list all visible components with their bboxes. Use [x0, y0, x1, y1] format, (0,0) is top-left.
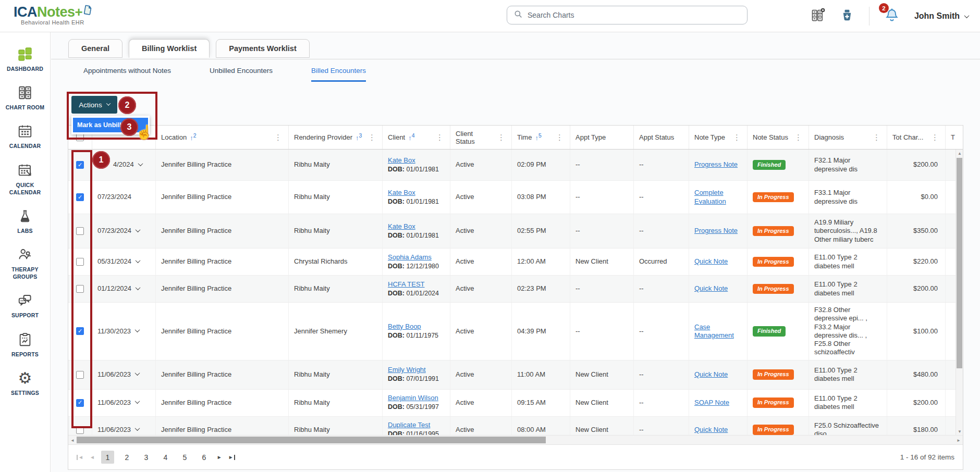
row-expand-chevron-icon[interactable]	[135, 327, 140, 332]
row-expand-chevron-icon[interactable]	[136, 285, 141, 290]
row-expand-chevron-icon[interactable]	[136, 227, 141, 232]
sidebar-item-therapy-groups[interactable]: THERAPY GROUPS	[1, 246, 50, 280]
select-all-checkbox[interactable]	[76, 133, 84, 141]
table-row[interactable]: 07/23/2024Jennifer Billing PracticeRibhu…	[68, 214, 963, 249]
sort-indicator-icon[interactable]: ↑3	[356, 132, 362, 142]
column-menu-icon[interactable]: ⋮	[872, 133, 881, 142]
tab-general[interactable]: General	[68, 39, 123, 58]
sidebar-item-calendar[interactable]: CALENDAR	[1, 123, 50, 150]
vertical-scroll-thumb[interactable]	[957, 158, 962, 368]
date-cell[interactable]: 11/30/2023	[92, 303, 156, 360]
tab-billing-worklist[interactable]: Billing Worklist	[129, 39, 210, 58]
date-cell[interactable]: 01/12/2024	[92, 276, 156, 302]
date-cell[interactable]: 11/06/2023	[92, 390, 156, 416]
note-type-link[interactable]: Quick Note	[694, 426, 728, 434]
actions-button[interactable]: Actions	[71, 96, 117, 114]
date-cell[interactable]: 11/06/2023	[92, 417, 156, 436]
previous-page-button[interactable]: ◄	[90, 455, 95, 460]
row-checkbox[interactable]: ✓	[76, 399, 84, 407]
row-expand-chevron-icon[interactable]	[136, 258, 141, 263]
client-name-link[interactable]: Kate Box	[388, 222, 415, 231]
horizontal-scrollbar[interactable]: ◄ ►	[68, 435, 963, 444]
table-row[interactable]: ✓11/06/2023Jennifer Billing PracticeRibh…	[68, 390, 963, 417]
table-row[interactable]: ✓4/2024Jennifer Billing PracticeRibhu Ma…	[68, 150, 963, 181]
table-row[interactable]: 11/06/2023Jennifer Billing PracticeRibhu…	[68, 361, 963, 390]
note-type-link[interactable]: Complete Evaluation	[694, 189, 742, 206]
sidebar-item-quick-calendar[interactable]: QUICK CALENDAR	[1, 162, 50, 196]
table-row[interactable]: ✓11/30/2023Jennifer Billing PracticeJenn…	[68, 303, 963, 361]
table-row[interactable]: 01/12/2024Jennifer Billing PracticeRibhu…	[68, 276, 963, 303]
client-name-link[interactable]: Benjamin Wilson	[388, 394, 438, 402]
last-page-button[interactable]: ►	[228, 455, 235, 460]
date-cell[interactable]: 11/06/2023	[92, 361, 156, 389]
page-button-6[interactable]: 6	[198, 451, 211, 464]
note-type-link[interactable]: Progress Note	[694, 227, 738, 235]
client-name-link[interactable]: HCFA TEST	[388, 280, 425, 289]
page-button-3[interactable]: 3	[140, 451, 153, 464]
sidebar-item-labs[interactable]: LABS	[1, 208, 50, 234]
subtab-appointments-without-notes[interactable]: Appointments without Notes	[83, 67, 171, 82]
sidebar-item-support[interactable]: SUPPORT	[1, 292, 50, 319]
search-bar[interactable]	[507, 6, 748, 24]
scroll-right-icon[interactable]: ►	[954, 436, 963, 445]
client-name-link[interactable]: Kate Box	[388, 156, 415, 165]
row-checkbox[interactable]: ✓	[76, 161, 84, 169]
row-checkbox[interactable]	[76, 258, 84, 266]
column-menu-icon[interactable]: ⋮	[793, 133, 803, 142]
column-menu-icon[interactable]: ⋮	[930, 133, 940, 142]
column-menu-icon[interactable]: ⋮	[273, 133, 283, 142]
sort-indicator-icon[interactable]: ↑5	[535, 132, 541, 142]
subtab-unbilled-encounters[interactable]: Unbilled Encounters	[210, 67, 273, 82]
row-checkbox[interactable]	[76, 285, 84, 293]
sidebar-item-chart-room[interactable]: CHART ROOM	[1, 84, 50, 111]
page-button-4[interactable]: 4	[159, 451, 172, 464]
sort-indicator-icon[interactable]: ↑4	[408, 132, 414, 142]
date-cell[interactable]: 07/23/2024	[92, 214, 156, 248]
vertical-scrollbar[interactable]: ▲ ▼	[956, 150, 963, 435]
note-type-link[interactable]: Quick Note	[694, 370, 728, 379]
row-checkbox[interactable]	[76, 227, 84, 235]
pharmacy-icon[interactable]	[840, 8, 854, 24]
row-checkbox[interactable]: ✓	[76, 193, 84, 201]
row-checkbox[interactable]	[76, 371, 84, 379]
subtab-billed-encounters[interactable]: Billed Encounters	[311, 67, 366, 82]
notifications-bell-icon[interactable]: 2	[884, 7, 900, 25]
column-menu-icon[interactable]: ⋮	[435, 133, 445, 142]
note-type-link[interactable]: Quick Note	[694, 284, 728, 293]
client-name-link[interactable]: Emily Wright	[388, 366, 426, 374]
date-cell[interactable]: 05/31/2024	[92, 249, 156, 275]
row-checkbox[interactable]: ✓	[76, 327, 84, 335]
chart-room-add-icon[interactable]	[811, 8, 825, 24]
note-type-link[interactable]: SOAP Note	[694, 399, 729, 407]
table-row[interactable]: ✓07/23/2024Jennifer Billing PracticeRibh…	[68, 181, 963, 214]
first-page-button[interactable]: ◄	[77, 455, 83, 460]
user-menu[interactable]: John Smith	[914, 11, 969, 21]
scroll-down-icon[interactable]: ▼	[956, 428, 963, 435]
date-cell[interactable]: 07/23/2024	[92, 181, 156, 214]
column-menu-icon[interactable]: ⋮	[732, 133, 742, 142]
sidebar-item-settings[interactable]: ⚙SETTINGS	[1, 370, 50, 396]
table-row[interactable]: 05/31/2024Jennifer Billing PracticeChrys…	[68, 249, 963, 276]
page-button-2[interactable]: 2	[120, 451, 133, 464]
row-expand-chevron-icon[interactable]	[135, 370, 140, 376]
note-type-link[interactable]: Quick Note	[694, 257, 728, 266]
note-type-link[interactable]: Case Management	[694, 323, 742, 340]
row-expand-chevron-icon[interactable]	[135, 426, 140, 431]
horizontal-scroll-thumb[interactable]	[77, 437, 546, 443]
client-name-link[interactable]: Kate Box	[388, 189, 415, 197]
column-menu-icon[interactable]: ⋮	[367, 133, 377, 142]
column-menu-icon[interactable]: ⋮	[496, 133, 506, 142]
scroll-left-icon[interactable]: ◄	[68, 436, 77, 445]
page-button-5[interactable]: 5	[178, 451, 191, 464]
row-expand-chevron-icon[interactable]	[135, 399, 140, 404]
client-name-link[interactable]: Sophia Adams	[388, 253, 432, 262]
client-name-link[interactable]: Duplicate Test	[388, 421, 430, 429]
column-menu-icon[interactable]: ⋮	[555, 133, 565, 142]
row-expand-chevron-icon[interactable]	[138, 161, 143, 166]
tab-payments-worklist[interactable]: Payments Worklist	[216, 39, 309, 58]
next-page-button[interactable]: ►	[217, 455, 222, 460]
scroll-up-icon[interactable]: ▲	[956, 150, 963, 157]
row-checkbox[interactable]	[76, 426, 84, 434]
client-name-link[interactable]: Betty Boop	[388, 322, 421, 331]
page-button-1[interactable]: 1	[101, 451, 114, 464]
